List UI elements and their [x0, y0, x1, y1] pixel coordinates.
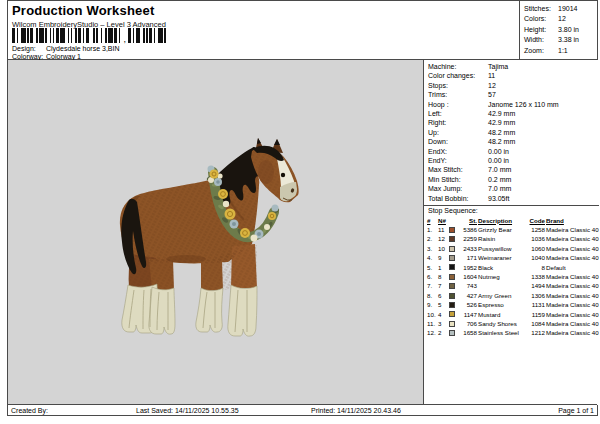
- colorway-row: Colorway: Colorway 1: [12, 53, 81, 60]
- thread-description: Pussywillow: [478, 244, 523, 253]
- machine-info-label: Max Stitch:: [428, 165, 488, 174]
- num: 3.: [427, 244, 437, 253]
- barcode-image: ,: [12, 28, 167, 43]
- summary-row: Width:3.38 in: [524, 35, 597, 45]
- machine-info-value: 0.2 mm: [488, 175, 511, 184]
- num: 12.: [427, 328, 437, 337]
- thread-brand: Madeira Classic 40: [546, 319, 599, 328]
- clydesdale-horse-design: [116, 132, 308, 342]
- n-number: 10: [438, 244, 448, 253]
- stop-sequence-row: 3.102433Pussywillow1060Madeira Classic 4…: [427, 244, 599, 253]
- machine-info-label: Left:: [428, 109, 488, 118]
- machine-info-panel: Machine:TajimaColor changes:11Stops:12Tr…: [424, 60, 599, 405]
- machine-info-label: EndY:: [428, 156, 488, 165]
- summary-value: 1:1: [558, 46, 568, 56]
- stop-sequence-row: 11.3706Sandy Shores1084Madeira Classic 4…: [427, 319, 599, 328]
- page-title: Production Worksheet: [12, 3, 154, 18]
- design-preview-area: [8, 60, 424, 405]
- thread-code: 1159: [524, 310, 545, 319]
- n-number: 8: [438, 272, 448, 281]
- column-header: Brand: [546, 216, 599, 225]
- thread-brand: Madeira Classic 40: [546, 310, 599, 319]
- summary-label: Height:: [524, 25, 558, 35]
- thread-description: Nutmeg: [478, 272, 523, 281]
- machine-info-label: Max Jump:: [428, 184, 488, 193]
- num: 8.: [427, 291, 437, 300]
- design-summary-box: Stitches:19014Colors:12Height:3.80 inWid…: [519, 1, 597, 59]
- machine-info-value: 11: [488, 71, 495, 80]
- summary-row: Zoom:1:1: [524, 46, 597, 56]
- stitch-count: 526: [459, 300, 477, 309]
- num: 11.: [427, 319, 437, 328]
- machine-info-label: Down:: [428, 137, 488, 146]
- stop-sequence-table: #N#St.DescriptionCodeBrand 1.115386Grizz…: [424, 216, 599, 338]
- machine-info-label: Hoop :: [428, 100, 488, 109]
- stitch-count: 1658: [459, 328, 477, 337]
- design-filename: Clydesdale horse 3,BIN: [46, 45, 120, 52]
- machine-info-value: 48.2 mm: [488, 128, 515, 137]
- stitch-count: 743: [459, 281, 477, 290]
- n-number: 9: [438, 253, 448, 262]
- num: 9.: [427, 300, 437, 309]
- summary-row: Colors:12: [524, 14, 597, 24]
- worksheet-sheet: Production Worksheet Wilcom EmbroiderySt…: [7, 0, 598, 416]
- machine-info-row: Color changes:11: [428, 71, 599, 80]
- n-number: 5: [438, 300, 448, 309]
- stop-sequence-row: 4.9171Weimaraner1040Madeira Classic 40: [427, 253, 599, 262]
- machine-info-value: 93.05ft: [488, 194, 509, 203]
- thread-code: 1060: [524, 244, 545, 253]
- machine-info-row: Trims:57: [428, 90, 599, 99]
- machine-info-row: Left:42.9 mm: [428, 109, 599, 118]
- thread-description: Sandy Shores: [478, 319, 523, 328]
- thread-brand: Madeira Classic 40: [546, 281, 599, 290]
- machine-info-value: 48.2 mm: [488, 137, 515, 146]
- n-number: 2: [438, 328, 448, 337]
- thread-color-swatch: [449, 236, 455, 242]
- thread-color-swatch: [449, 330, 455, 336]
- n-number: 11: [438, 225, 448, 234]
- stop-sequence-row: 5.11952Black8Default: [427, 263, 599, 272]
- colorway-label: Colorway:: [12, 53, 46, 60]
- thread-code: 1494: [524, 281, 545, 290]
- num: 1.: [427, 225, 437, 234]
- stitch-count: 706: [459, 319, 477, 328]
- stop-sequence-row: 10.41147Mustard1159Madeira Classic 40: [427, 310, 599, 319]
- column-header: N#: [438, 216, 448, 225]
- num: 2.: [427, 234, 437, 243]
- stitch-count: 2259: [459, 234, 477, 243]
- thread-code: 1212: [524, 328, 545, 337]
- stitch-count: 1952: [459, 263, 477, 272]
- column-header: St.: [459, 216, 477, 225]
- machine-info-value: 7.0 mm: [488, 184, 511, 193]
- machine-info-label: Stops:: [428, 81, 488, 90]
- machine-info-row: Max Jump:7.0 mm: [428, 184, 599, 193]
- thread-brand: Default: [546, 263, 599, 272]
- thread-description: Stainless Steel: [478, 328, 523, 337]
- thread-code: 1084: [524, 319, 545, 328]
- machine-info-row: Down:48.2 mm: [428, 137, 599, 146]
- summary-row: Stitches:19014: [524, 4, 597, 14]
- stop-sequence-row: 2.122259Raisin1036Madeira Classic 40: [427, 234, 599, 243]
- thread-brand: Madeira Classic 40: [546, 291, 599, 300]
- num: 7.: [427, 281, 437, 290]
- barcode-separator: ,: [124, 36, 127, 43]
- machine-info-value: 0.00 in: [488, 156, 509, 165]
- thread-description: Black: [478, 263, 523, 272]
- machine-info-value: Tajima: [488, 62, 508, 71]
- machine-info-row: Right:42.9 mm: [428, 118, 599, 127]
- machine-info-value: 42.9 mm: [488, 109, 515, 118]
- n-number: 12: [438, 234, 448, 243]
- page-number: Page 1 of 1: [558, 407, 594, 414]
- barcode-space: [166, 28, 168, 43]
- thread-color-swatch: [449, 246, 455, 252]
- machine-info-row: EndX:0.00 in: [428, 147, 599, 156]
- machine-info-list: Machine:TajimaColor changes:11Stops:12Tr…: [424, 60, 599, 203]
- machine-info-row: Max Stitch:7.0 mm: [428, 165, 599, 174]
- stop-sequence-row: 1.115386Grizzly Bear1258Madeira Classic …: [427, 225, 599, 234]
- stop-sequence-row: 6.81604Nutmeg1338Madeira Classic 40: [427, 272, 599, 281]
- design-label: Design:: [12, 45, 46, 52]
- last-saved-text: Last Saved: 14/11/2025 10.55.35: [136, 407, 239, 414]
- printed-text: Printed: 14/11/2025 20.43.46: [311, 407, 401, 414]
- stop-sequence-row: 8.6427Army Green1306Madeira Classic 40: [427, 291, 599, 300]
- stop-sequence-row: 7.77431494Madeira Classic 40: [427, 281, 599, 290]
